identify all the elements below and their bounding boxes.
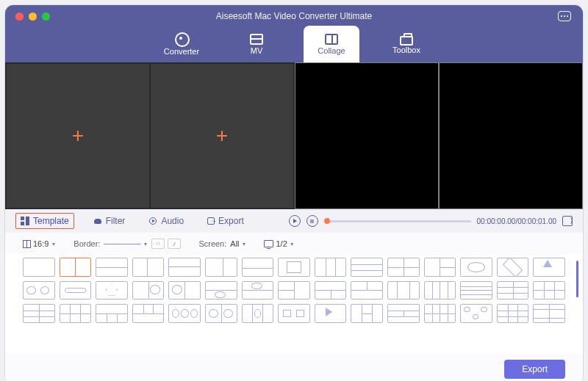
template-thumb[interactable] xyxy=(460,281,492,300)
template-thumb[interactable] xyxy=(242,281,274,300)
ratio-icon xyxy=(23,240,31,248)
template-thumb[interactable] xyxy=(60,304,92,323)
template-thumb[interactable] xyxy=(497,258,529,277)
template-thumb[interactable] xyxy=(23,281,55,300)
preview-player: 00:00:00.00/00:00:01.00 xyxy=(289,215,573,227)
template-thumb[interactable] xyxy=(242,304,274,323)
template-thumb[interactable] xyxy=(23,258,55,277)
template-thumb[interactable] xyxy=(96,281,128,300)
nav-collage[interactable]: Collage xyxy=(304,26,359,62)
feedback-icon[interactable] xyxy=(558,11,571,21)
template-thumb[interactable] xyxy=(242,258,274,277)
mv-icon xyxy=(250,34,263,45)
toolbox-icon xyxy=(400,36,413,46)
nav-mv[interactable]: MV xyxy=(229,26,284,62)
template-thumb[interactable] xyxy=(132,258,165,277)
template-thumb[interactable] xyxy=(424,258,456,277)
app-window: Aiseesoft Mac Video Converter Ultimate C… xyxy=(4,4,584,381)
template-thumb[interactable] xyxy=(387,258,420,277)
preview-area xyxy=(295,62,583,209)
template-thumb[interactable] xyxy=(351,258,383,277)
template-thumb[interactable] xyxy=(168,281,201,300)
template-thumb[interactable] xyxy=(96,258,128,277)
template-thumb[interactable] xyxy=(497,281,529,300)
template-thumb[interactable] xyxy=(278,281,310,300)
subtab-filter[interactable]: Filter xyxy=(89,214,130,228)
drop-slot-1[interactable]: + xyxy=(6,63,150,208)
subtabs-bar: Template Filter Audio Export 00:00:00.00… xyxy=(5,209,583,233)
template-thumb[interactable] xyxy=(205,304,237,323)
nav-toolbox[interactable]: Toolbox xyxy=(379,26,434,62)
drop-slot-2[interactable]: + xyxy=(150,63,294,208)
aspect-ratio-dropdown[interactable]: 16:9 xyxy=(23,239,56,248)
template-thumb[interactable] xyxy=(315,281,347,300)
subtab-label: Template xyxy=(33,216,69,226)
template-thumb[interactable] xyxy=(497,304,529,323)
template-thumb[interactable] xyxy=(278,258,310,277)
screen-dropdown[interactable]: All xyxy=(230,239,246,248)
template-icon xyxy=(21,217,29,225)
subtab-export[interactable]: Export xyxy=(203,214,248,228)
border-style-dotted[interactable]: ∷ xyxy=(151,239,165,249)
app-title: Aiseesoft Mac Video Converter Ultimate xyxy=(5,11,583,21)
main-nav: Converter MV Collage Toolbox xyxy=(5,26,583,62)
converter-icon xyxy=(174,32,189,46)
template-thumb[interactable] xyxy=(168,304,201,323)
template-thumb[interactable] xyxy=(387,281,420,300)
subtab-label: Audio xyxy=(161,216,184,226)
border-option: Border: ∷ ∕∕ xyxy=(74,239,181,249)
template-thumb[interactable] xyxy=(132,281,165,300)
split-dropdown[interactable]: 1/2 xyxy=(264,239,294,248)
filter-icon xyxy=(93,217,102,225)
template-thumb[interactable] xyxy=(60,258,92,277)
template-thumb[interactable] xyxy=(460,258,492,277)
template-thumb[interactable] xyxy=(132,304,165,323)
template-thumb[interactable] xyxy=(205,281,237,300)
template-thumb[interactable] xyxy=(533,304,565,323)
subtab-template[interactable]: Template xyxy=(15,213,74,229)
preview-slot-2 xyxy=(439,62,583,209)
template-thumb[interactable] xyxy=(351,304,383,323)
template-thumb[interactable] xyxy=(96,304,128,323)
template-thumb[interactable] xyxy=(60,281,92,300)
stop-button[interactable] xyxy=(306,215,318,227)
scrollbar[interactable] xyxy=(576,261,578,297)
seek-bar[interactable] xyxy=(324,220,471,222)
play-button[interactable] xyxy=(289,215,301,227)
border-style-hatched[interactable]: ∕∕ xyxy=(168,239,181,249)
titlebar: Aiseesoft Mac Video Converter Ultimate C… xyxy=(5,5,583,62)
border-width-dropdown[interactable] xyxy=(104,242,148,247)
template-thumb[interactable] xyxy=(460,304,492,323)
volume-icon[interactable] xyxy=(562,216,573,226)
border-label: Border: xyxy=(74,239,100,248)
screen-label: Screen: xyxy=(198,239,226,248)
nav-label: Converter xyxy=(164,47,199,56)
monitor-icon xyxy=(264,240,273,247)
nav-converter[interactable]: Converter xyxy=(154,26,209,62)
template-thumb[interactable] xyxy=(351,281,383,300)
nav-label: MV xyxy=(251,46,263,55)
template-thumb[interactable] xyxy=(315,258,347,277)
border-style-group: ∷ ∕∕ xyxy=(151,239,181,249)
subtab-audio[interactable]: Audio xyxy=(144,214,188,228)
template-thumb[interactable] xyxy=(424,304,456,323)
template-grid xyxy=(23,258,565,323)
template-thumb[interactable] xyxy=(533,258,565,277)
template-thumb[interactable] xyxy=(205,258,237,277)
template-thumb[interactable] xyxy=(533,281,565,300)
template-thumb[interactable] xyxy=(23,304,55,323)
export-button[interactable]: Export xyxy=(504,360,565,379)
template-thumb[interactable] xyxy=(278,304,310,323)
playback-time: 00:00:00.00/00:00:01.00 xyxy=(477,217,556,225)
template-thumb[interactable] xyxy=(168,258,201,277)
collage-drop-area: + + xyxy=(5,62,295,209)
subtab-label: Filter xyxy=(106,216,126,226)
template-thumb[interactable] xyxy=(387,304,420,323)
footer: Export xyxy=(5,354,583,381)
nav-label: Toolbox xyxy=(392,46,420,54)
export-icon xyxy=(207,217,215,225)
template-thumb[interactable] xyxy=(315,304,347,323)
template-thumb[interactable] xyxy=(424,281,456,300)
collage-icon xyxy=(325,34,338,45)
screen-option: Screen: All xyxy=(198,239,246,248)
